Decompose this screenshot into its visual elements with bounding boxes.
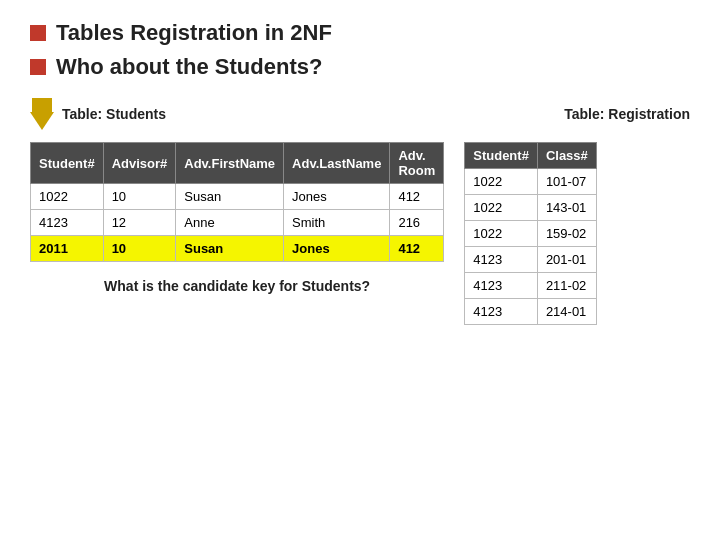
reg-cell-class-4: 211-02 [537, 273, 596, 299]
students-table-container: Student# Advisor# Adv.FirstName Adv.Last… [30, 142, 444, 294]
students-cell-first-1: Anne [176, 210, 284, 236]
students-cell-student-2: 2011 [31, 236, 104, 262]
reg-cell-class-1: 143-01 [537, 195, 596, 221]
col-student-num: Student# [31, 143, 104, 184]
bullet-1-text: Tables Registration in 2NF [56, 20, 332, 46]
col-adv-first: Adv.FirstName [176, 143, 284, 184]
students-cell-last-1: Smith [284, 210, 390, 236]
col-advisor-num: Advisor# [103, 143, 176, 184]
col-adv-room: Adv.Room [390, 143, 444, 184]
candidate-key-question: What is the candidate key for Students? [30, 278, 444, 294]
reg-row-4: 4123211-02 [465, 273, 597, 299]
students-header-row: Student# Advisor# Adv.FirstName Adv.Last… [31, 143, 444, 184]
students-cell-student-0: 1022 [31, 184, 104, 210]
students-row-2: 201110SusanJones412 [31, 236, 444, 262]
left-side: Table: Students Table: Registration Stud… [30, 98, 690, 325]
reg-cell-class-0: 101-07 [537, 169, 596, 195]
students-cell-room-2: 412 [390, 236, 444, 262]
students-table-label-row: Table: Students [30, 98, 166, 130]
reg-row-1: 1022143-01 [465, 195, 597, 221]
registration-table-container: Student# Class# 1022101-071022143-011022… [464, 142, 597, 325]
reg-cell-class-5: 214-01 [537, 299, 596, 325]
bullet-square-2 [30, 59, 46, 75]
bullet-1: Tables Registration in 2NF [30, 20, 690, 46]
reg-row-2: 1022159-02 [465, 221, 597, 247]
students-row-1: 412312AnneSmith216 [31, 210, 444, 236]
reg-cell-student-5: 4123 [465, 299, 538, 325]
students-table-label: Table: Students [62, 106, 166, 122]
students-cell-last-2: Jones [284, 236, 390, 262]
students-cell-advisor-2: 10 [103, 236, 176, 262]
students-cell-first-0: Susan [176, 184, 284, 210]
reg-cell-student-4: 4123 [465, 273, 538, 299]
reg-col-student: Student# [465, 143, 538, 169]
registration-header-row: Student# Class# [465, 143, 597, 169]
reg-cell-class-3: 201-01 [537, 247, 596, 273]
reg-cell-student-0: 1022 [465, 169, 538, 195]
reg-cell-student-3: 4123 [465, 247, 538, 273]
students-cell-advisor-1: 12 [103, 210, 176, 236]
bullet-section: Tables Registration in 2NF Who about the… [30, 20, 690, 80]
students-cell-room-0: 412 [390, 184, 444, 210]
bullet-2-text: Who about the Students? [56, 54, 322, 80]
reg-row-3: 4123201-01 [465, 247, 597, 273]
students-row-0: 102210SusanJones412 [31, 184, 444, 210]
reg-cell-student-2: 1022 [465, 221, 538, 247]
registration-table: Student# Class# 1022101-071022143-011022… [464, 142, 597, 325]
reg-col-class: Class# [537, 143, 596, 169]
registration-table-label: Table: Registration [564, 106, 690, 122]
students-cell-last-0: Jones [284, 184, 390, 210]
bullet-square-1 [30, 25, 46, 41]
students-cell-room-1: 216 [390, 210, 444, 236]
students-cell-advisor-0: 10 [103, 184, 176, 210]
reg-row-5: 4123214-01 [465, 299, 597, 325]
page: Tables Registration in 2NF Who about the… [0, 0, 720, 540]
reg-cell-class-2: 159-02 [537, 221, 596, 247]
students-cell-first-2: Susan [176, 236, 284, 262]
students-cell-student-1: 4123 [31, 210, 104, 236]
students-table: Student# Advisor# Adv.FirstName Adv.Last… [30, 142, 444, 262]
tables-area: Table: Students Table: Registration Stud… [30, 98, 690, 325]
bullet-2: Who about the Students? [30, 54, 690, 80]
reg-row-0: 1022101-07 [465, 169, 597, 195]
col-adv-last: Adv.LastName [284, 143, 390, 184]
reg-cell-student-1: 1022 [465, 195, 538, 221]
